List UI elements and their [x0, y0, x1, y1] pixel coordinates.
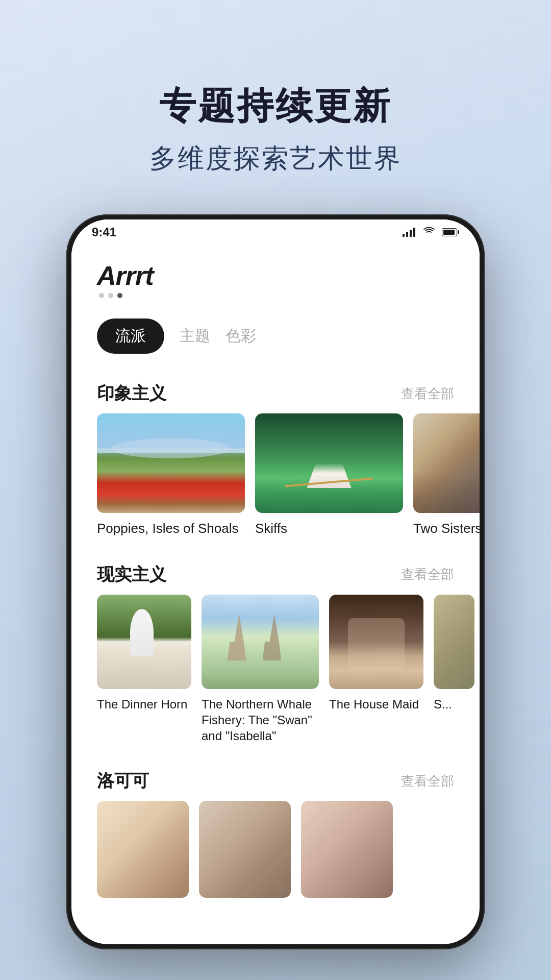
logo-dot-2: [108, 293, 113, 298]
status-icons: [403, 227, 459, 237]
artwork-house-maid[interactable]: The House Maid: [329, 595, 423, 744]
artwork-sisters[interactable]: Two Sisters: [413, 413, 480, 537]
battery-icon: [442, 228, 459, 236]
artwork-fourth-name: S...: [434, 696, 474, 712]
page-header: 专题持续更新 多维度探索艺术世界: [0, 0, 551, 207]
artwork-dinner-thumb: [97, 595, 191, 689]
section-impressionism-header: 印象主义 查看全部: [71, 372, 480, 413]
page-title: 专题持续更新: [0, 82, 551, 131]
artwork-poppies[interactable]: Poppies, Isles of Shoals: [97, 413, 245, 537]
app-logo: Arrrt: [97, 260, 454, 291]
tabs-row: 流派 主题 色彩: [71, 308, 480, 366]
section-realism-title: 现实主义: [97, 563, 166, 586]
section-realism-header: 现实主义 查看全部: [71, 553, 480, 595]
rococo-item-1[interactable]: [97, 801, 189, 898]
section-realism-more[interactable]: 查看全部: [401, 566, 454, 583]
section-rococo-title: 洛可可: [97, 769, 149, 793]
logo-dot-1: [99, 293, 104, 298]
artwork-poppies-thumb: [97, 413, 245, 513]
rococo-item-2[interactable]: [199, 801, 291, 898]
scroll-content: 印象主义 查看全部: [71, 366, 480, 903]
artwork-skiffs[interactable]: Skiffs: [255, 413, 403, 537]
wifi-icon: [423, 227, 435, 237]
artwork-dinner-horn[interactable]: The Dinner Horn: [97, 595, 191, 744]
tab-genre[interactable]: 流派: [97, 318, 164, 354]
status-time: 9:41: [92, 225, 116, 239]
impressionism-artworks-row: Poppies, Isles of Shoals: [71, 413, 480, 537]
app-header: Arrrt: [71, 245, 480, 308]
artwork-fourth-thumb: [434, 595, 474, 689]
artwork-maid-name: The House Maid: [329, 696, 423, 712]
phone-wrapper: 9:41: [66, 214, 485, 949]
tab-color[interactable]: 色彩: [226, 326, 256, 347]
phone-screen: 9:41: [71, 219, 480, 944]
artwork-skiffs-name: Skiffs: [255, 520, 403, 537]
section-rococo: 洛可可 查看全部: [71, 749, 480, 898]
realism-artworks-row: The Dinner Horn: [71, 595, 480, 744]
section-impressionism: 印象主义 查看全部: [71, 372, 480, 537]
artwork-sisters-name: Two Sisters: [413, 520, 480, 537]
artwork-poppies-name: Poppies, Isles of Shoals: [97, 520, 245, 537]
signal-icon: [403, 228, 415, 237]
section-rococo-header: 洛可可 查看全部: [71, 759, 480, 801]
artwork-sisters-thumb: [413, 413, 480, 513]
logo-dot-3: [117, 293, 122, 298]
artwork-fourth[interactable]: S...: [434, 595, 474, 744]
artwork-dinner-name: The Dinner Horn: [97, 696, 191, 712]
rococo-item-3[interactable]: [301, 801, 393, 898]
section-impressionism-title: 印象主义: [97, 382, 166, 405]
logo-dots: [97, 293, 454, 298]
section-rococo-more[interactable]: 查看全部: [401, 772, 454, 790]
section-impressionism-more[interactable]: 查看全部: [401, 385, 454, 403]
tab-theme[interactable]: 主题: [180, 326, 210, 347]
section-realism: 现实主义 查看全部: [71, 553, 480, 744]
artwork-whale[interactable]: The Northern Whale Fishery: The "Swan" a…: [202, 595, 319, 744]
status-bar: 9:41: [71, 219, 480, 245]
page-subtitle: 多维度探索艺术世界: [0, 141, 551, 177]
artwork-whale-name: The Northern Whale Fishery: The "Swan" a…: [202, 696, 319, 744]
artwork-skiffs-thumb: [255, 413, 403, 513]
page-background: 专题持续更新 多维度探索艺术世界 9:41: [0, 0, 551, 980]
artwork-maid-thumb: [329, 595, 423, 689]
phone-frame: 9:41: [66, 214, 485, 949]
artwork-whale-thumb: [202, 595, 319, 689]
